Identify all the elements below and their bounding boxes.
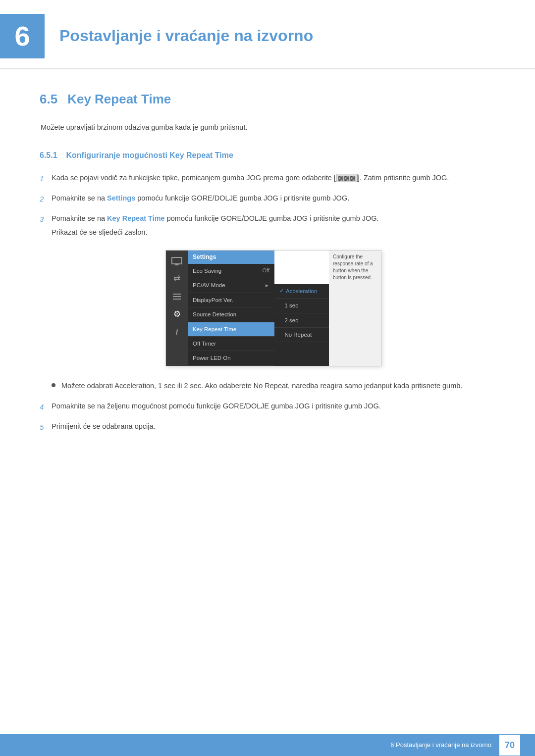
settings-source-detect: Source Detection <box>188 307 274 322</box>
monitor-icon <box>170 255 183 266</box>
chapter-number: 6 <box>14 14 30 58</box>
step-num-2: 2 <box>40 193 52 205</box>
step-3: 3 Pomaknite se na Key Repeat Time pomoću… <box>40 213 495 238</box>
footer-page-number: 70 <box>499 735 520 756</box>
submenu-2sec: 2 sec <box>274 313 329 328</box>
main-content: 6.5Key Repeat Time Možete upravljati brz… <box>0 89 535 433</box>
chapter-title: Postavljanje i vraćanje na izvorno <box>59 23 313 49</box>
step-content-1: Kada se pojavi vodič za funkcijske tipke… <box>52 172 495 184</box>
subsection-label: Konfiguriranje mogućnosti Key Repeat Tim… <box>66 151 233 159</box>
step2-bold: Settings <box>107 194 135 202</box>
check-icon: ✓ <box>279 287 284 296</box>
arrows-icon: ⇄ <box>170 273 183 284</box>
accent-1sec: 1 sec <box>158 382 175 390</box>
step-5: 5 Primijenit će se odabrana opcija. <box>40 421 495 433</box>
step-2: 2 Pomaknite se na Settings pomoću funkci… <box>40 193 495 205</box>
bullet-dot <box>52 383 55 387</box>
settings-displayport: DisplayPort Ver. <box>188 293 274 307</box>
description-text: Configure the response rate of a button … <box>333 254 373 280</box>
settings-pcav-mode: PC/AV Mode ► <box>188 278 274 293</box>
step-num-4: 4 <box>40 401 52 413</box>
steps-list-cont: 4 Pomaknite se na željenu mogućnost pomo… <box>40 401 495 433</box>
submenu-no-repeat: No Repeat <box>274 328 329 342</box>
step3-sub: Prikazat će se sljedeći zaslon. <box>52 227 495 238</box>
settings-off-timer: Off Timer <box>188 337 274 351</box>
menu-screenshot: ⇄ ⚙ i Settings <box>165 250 381 366</box>
section-number: 6.5 <box>40 92 57 106</box>
step-content-2: Pomaknite se na Settings pomoću funkcije… <box>52 193 495 204</box>
step3-bold: Key Repeat Time <box>107 214 165 222</box>
description-panel: Configure the response rate of a button … <box>329 251 381 366</box>
chapter-badge: 6 <box>0 14 45 58</box>
settings-panel-header: Settings <box>188 251 274 264</box>
section-label: Key Repeat Time <box>67 92 171 106</box>
accent-2sec: 2 sec <box>184 382 201 390</box>
intro-text: Možete upravljati brzinom odaziva gumba … <box>41 122 495 133</box>
subsection-number: 6.5.1 <box>40 151 57 159</box>
accent-acceleration: Acceleration <box>114 382 154 390</box>
lines-icon <box>170 291 183 302</box>
bullet-text: Možete odabrati Acceleration, 1 sec ili … <box>61 380 462 392</box>
settings-power-led: Power LED On <box>188 351 274 365</box>
page-footer: 6 Postavljanje i vraćanje na izvorno 70 <box>0 734 535 756</box>
info-icon: i <box>170 327 183 338</box>
step-content-4: Pomaknite se na željenu mogućnost pomoću… <box>52 401 495 412</box>
icons-panel: ⇄ ⚙ i <box>166 251 188 366</box>
bullet-item-1: Možete odabrati Acceleration, 1 sec ili … <box>52 380 495 392</box>
step-content-3: Pomaknite se na Key Repeat Time pomoću f… <box>52 213 495 238</box>
bullet-list: Možete odabrati Acceleration, 1 sec ili … <box>52 380 495 392</box>
step-num-1: 1 <box>40 172 52 185</box>
gear-icon-active: ⚙ <box>170 309 183 320</box>
settings-eco-saving: Eco Saving Off <box>188 264 274 278</box>
settings-panel: Settings Eco Saving Off PC/AV Mode ► Dis… <box>188 251 274 366</box>
step-num-3: 3 <box>40 213 52 225</box>
step-content-5: Primijenit će se odabrana opcija. <box>52 421 495 432</box>
footer-label: 6 Postavljanje i vraćanje na izvorno <box>390 740 491 751</box>
step-num-5: 5 <box>40 421 52 433</box>
submenu-panel: ✓ Acceleration 1 sec 2 sec No Repeat <box>274 284 329 366</box>
section-title: 6.5Key Repeat Time <box>40 89 495 110</box>
screenshot-container: ⇄ ⚙ i Settings <box>52 250 495 366</box>
submenu-1sec: 1 sec <box>274 299 329 313</box>
submenu-acceleration: ✓ Acceleration <box>274 284 329 299</box>
step-4: 4 Pomaknite se na željenu mogućnost pomo… <box>40 401 495 413</box>
settings-key-repeat: Key Repeat Time <box>188 322 274 337</box>
accent-no-repeat: No Repeat <box>254 382 288 390</box>
page-header: 6 Postavljanje i vraćanje na izvorno <box>0 0 535 69</box>
subsection-title: 6.5.1 Konfiguriranje mogućnosti Key Repe… <box>40 149 495 162</box>
step-1: 1 Kada se pojavi vodič za funkcijske tip… <box>40 172 495 185</box>
steps-list: 1 Kada se pojavi vodič za funkcijske tip… <box>40 172 495 238</box>
